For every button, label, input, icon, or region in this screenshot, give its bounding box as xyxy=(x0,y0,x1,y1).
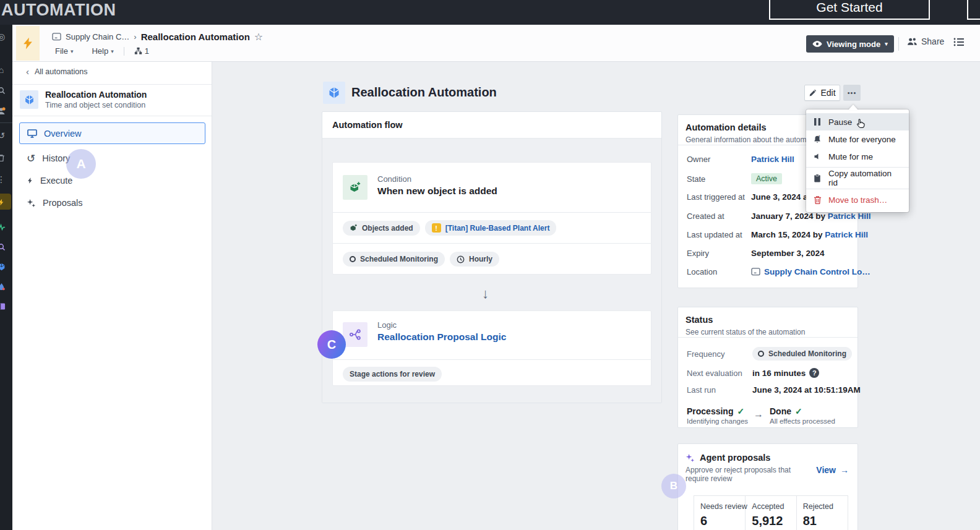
status-row-frequency: Frequency Scheduled Monitoring xyxy=(687,347,851,361)
back-to-all-automations[interactable]: ‹ All automations xyxy=(26,66,87,77)
rail-history-icon[interactable]: ↺ xyxy=(0,130,7,141)
history-icon: ↺ xyxy=(27,152,35,165)
scheduled-monitoring-chip[interactable]: Scheduled Monitoring xyxy=(343,252,445,267)
rail-trash-icon[interactable] xyxy=(0,152,7,163)
detail-row-location: Location Supply Chain Control Lo… xyxy=(687,267,851,276)
rail-home-icon[interactable]: ⌂ xyxy=(0,64,7,75)
monitoring-ring-icon xyxy=(758,351,764,357)
lightning-bolt-icon xyxy=(27,176,33,185)
favorite-star-icon[interactable]: ☆ xyxy=(254,31,263,43)
stat-accepted: Accepted 5,912 xyxy=(746,496,796,530)
titan-object-chip[interactable]: ! [Titan] Rule-Based Plant Alert xyxy=(425,220,557,236)
sparkles-icon xyxy=(686,453,695,463)
rail-object-icon[interactable] xyxy=(0,261,7,272)
menu-item-move-to-trash[interactable]: Move to trash… xyxy=(806,191,909,208)
created-by-link[interactable]: Patrick Hill xyxy=(828,212,871,221)
objects-added-chip[interactable]: Objects added xyxy=(343,221,420,236)
sidebar-item-execute[interactable]: Execute xyxy=(19,171,205,190)
condition-card[interactable]: Condition When new object is added Objec… xyxy=(332,162,651,275)
page-title-icon xyxy=(323,82,345,104)
updated-by-link[interactable]: Patrick Hill xyxy=(825,230,868,239)
help-icon[interactable]: ? xyxy=(809,368,819,378)
annotation-badge-b: B xyxy=(661,474,686,498)
sidebar-item-proposals[interactable]: Proposals xyxy=(19,193,205,213)
edit-button[interactable]: Edit xyxy=(804,85,840,101)
arrow-right-icon: → xyxy=(754,409,763,420)
logic-card[interactable]: Logic Reallocation Proposal Logic Stage … xyxy=(332,310,651,386)
object-cube-icon xyxy=(350,224,358,232)
bell-snooze-icon: z xyxy=(812,135,822,143)
chevron-down-icon: ▾ xyxy=(111,48,114,54)
rail-explore-icon[interactable] xyxy=(0,241,7,252)
sidebar-automation-title: Reallocation Automation xyxy=(45,90,147,100)
svg-text:z: z xyxy=(819,135,820,138)
sidebar-automation-subtitle: Time and object set condition xyxy=(45,101,145,109)
rail-user-icon[interactable] xyxy=(0,105,7,116)
active-state-badge: Active xyxy=(751,173,782,184)
stat-needs-review: Needs review 6 xyxy=(694,496,746,530)
automation-app-tile xyxy=(16,26,40,61)
mouse-cursor xyxy=(855,118,867,130)
object-added-icon xyxy=(343,175,368,200)
flow-arrow-down-icon: ↓ xyxy=(482,286,489,302)
topbar-partial-button[interactable] xyxy=(967,0,980,20)
menu-bar: File▾ Help▾ 1 xyxy=(53,45,152,57)
help-menu[interactable]: Help▾ xyxy=(89,45,116,57)
status-pipeline: Processing✓ Identifying changes → Done✓ … xyxy=(687,406,851,425)
logic-kicker: Logic xyxy=(377,320,397,330)
proposals-stats-table: Needs review 6 Accepted 5,912 Rejected 8… xyxy=(694,495,848,530)
stage-actions-chip[interactable]: Stage actions for review xyxy=(343,367,442,382)
top-app-bar: AUTOMATION Get Started xyxy=(0,0,980,25)
rail-more-icon[interactable]: ⋮ xyxy=(0,174,7,185)
rail-search-icon[interactable] xyxy=(0,85,7,96)
more-options-button[interactable]: ••• xyxy=(843,85,861,101)
menu-item-copy-rid[interactable]: Copy automation rid xyxy=(806,169,909,187)
sidebar-item-history[interactable]: ↺ History xyxy=(19,148,205,168)
menu-item-mute-everyone[interactable]: z Mute for everyone xyxy=(806,130,909,148)
rail-workspace-icon[interactable] xyxy=(0,301,7,312)
chevron-down-icon: ▾ xyxy=(885,41,888,47)
rail-automation-icon[interactable] xyxy=(0,197,7,208)
rail-data-icon[interactable] xyxy=(0,281,7,292)
detail-row-expiry: Expiry September 3, 2024 xyxy=(687,249,851,258)
share-button[interactable]: Share xyxy=(907,36,944,46)
chevron-left-icon: ‹ xyxy=(26,66,29,77)
rail-monitor-app-icon[interactable] xyxy=(0,221,7,233)
viewing-mode-button[interactable]: Viewing mode ▾ xyxy=(806,35,894,53)
file-menu[interactable]: File▾ xyxy=(53,45,75,57)
get-started-button[interactable]: Get Started xyxy=(769,0,930,20)
sidebar-item-overview[interactable]: Overview xyxy=(19,122,205,144)
trash-icon xyxy=(812,195,822,204)
logic-title-link[interactable]: Reallocation Proposal Logic xyxy=(377,331,506,343)
view-proposals-link[interactable]: View → xyxy=(816,465,849,475)
automation-sidebar: ‹ All automations Reallocation Automatio… xyxy=(12,62,212,530)
check-icon: ✓ xyxy=(795,406,802,416)
list-view-icon[interactable] xyxy=(953,37,965,47)
rail-compass-icon[interactable]: ◎ xyxy=(0,31,7,42)
monitor-icon xyxy=(27,129,37,138)
annotation-badge-c: C xyxy=(317,330,346,359)
context-menu-caret xyxy=(848,105,858,110)
speaker-icon xyxy=(812,153,822,160)
breadcrumb: Supply Chain C… › Reallocation Automatio… xyxy=(52,31,263,43)
clock-icon xyxy=(457,255,465,263)
menu-item-mute-me[interactable]: Mute for me xyxy=(806,148,909,165)
pencil-icon xyxy=(809,89,817,97)
people-icon xyxy=(907,37,918,46)
branch-icon xyxy=(134,47,142,55)
frequency-chip: Scheduled Monitoring xyxy=(752,347,852,361)
condition-kicker: Condition xyxy=(377,174,411,184)
owner-link[interactable]: Patrick Hill xyxy=(751,155,794,164)
hourly-chip[interactable]: Hourly xyxy=(450,252,499,267)
branch-indicator[interactable]: 1 xyxy=(132,45,152,57)
sparkles-icon xyxy=(27,199,36,208)
eye-icon xyxy=(812,41,822,47)
status-title: Status xyxy=(686,315,850,325)
status-subtitle: See current status of the automation xyxy=(686,328,850,336)
clipboard-icon xyxy=(812,174,822,182)
location-link[interactable]: Supply Chain Control Lo… xyxy=(764,267,870,276)
page-title: Reallocation Automation xyxy=(351,85,497,100)
breadcrumb-parent[interactable]: Supply Chain C… xyxy=(66,32,129,41)
chevron-down-icon: ▾ xyxy=(71,48,74,54)
annotation-badge-a: A xyxy=(66,149,96,179)
